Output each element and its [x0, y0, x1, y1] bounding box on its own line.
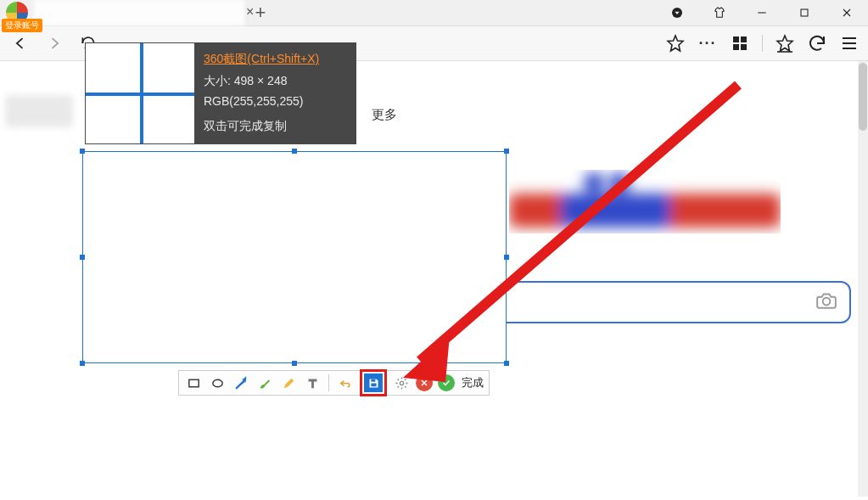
screenshot-tool-title: 360截图(Ctrl+Shift+X): [204, 49, 348, 70]
pixel-magnifier: [85, 42, 195, 144]
window-titlebar: × +: [0, 0, 868, 25]
svg-rect-16: [560, 194, 670, 228]
resize-handle[interactable]: [504, 149, 509, 154]
screenshot-toolbar: 完成: [178, 370, 490, 396]
undo-icon[interactable]: [807, 33, 827, 53]
separator: [328, 374, 329, 391]
rect-tool-icon[interactable]: [184, 374, 203, 392]
svg-rect-8: [741, 44, 747, 50]
favorites-star-icon[interactable]: [775, 33, 795, 53]
svg-point-22: [400, 381, 403, 385]
resize-handle[interactable]: [80, 361, 85, 366]
browser-tab[interactable]: [34, 0, 246, 25]
login-button[interactable]: 登录账号: [2, 19, 42, 32]
resize-handle[interactable]: [292, 361, 297, 366]
resize-handle[interactable]: [504, 361, 509, 366]
svg-rect-18: [188, 379, 198, 387]
brush-tool-icon[interactable]: [255, 374, 274, 392]
camera-icon[interactable]: [815, 289, 837, 315]
page-nav-item[interactable]: 更多: [372, 107, 397, 123]
undo-tool-icon[interactable]: [336, 374, 355, 392]
tshirt-icon[interactable]: [698, 0, 741, 25]
shield-icon[interactable]: [656, 0, 698, 25]
resize-handle[interactable]: [292, 149, 297, 154]
arrow-tool-icon[interactable]: [232, 374, 250, 392]
minimize-button[interactable]: [741, 0, 783, 25]
blurred-thumb: [5, 95, 73, 127]
scrollbar-thumb[interactable]: [859, 63, 867, 131]
cancel-button[interactable]: [416, 374, 433, 391]
svg-point-17: [823, 298, 831, 306]
back-button[interactable]: [8, 31, 32, 55]
svg-rect-6: [741, 37, 747, 42]
resize-handle[interactable]: [504, 255, 509, 260]
apps-grid-icon[interactable]: [730, 33, 750, 53]
forward-button[interactable]: [42, 31, 66, 55]
more-icon[interactable]: ···: [697, 33, 718, 53]
close-window-button[interactable]: [826, 0, 868, 25]
menu-icon[interactable]: [839, 33, 860, 53]
screenshot-size-label: 大小: 498 × 248: [204, 71, 348, 92]
settings-gear-icon[interactable]: [392, 374, 411, 392]
save-button[interactable]: [364, 374, 383, 392]
screenshot-hint: 双击可完成复制: [204, 116, 348, 137]
screenshot-rgb-label: RGB(255,255,255): [204, 92, 348, 112]
done-label[interactable]: 完成: [462, 375, 484, 390]
svg-rect-2: [801, 9, 808, 16]
svg-rect-5: [733, 37, 739, 42]
resize-handle[interactable]: [80, 149, 85, 154]
screenshot-info-tooltip: 360截图(Ctrl+Shift+X) 大小: 498 × 248 RGB(25…: [85, 42, 356, 144]
svg-rect-20: [371, 379, 375, 381]
save-button-highlight: [360, 369, 387, 396]
screenshot-selection[interactable]: [82, 151, 507, 363]
ellipse-tool-icon[interactable]: [208, 374, 227, 392]
confirm-button[interactable]: [438, 374, 455, 391]
close-tab-icon[interactable]: ×: [246, 4, 254, 20]
maximize-button[interactable]: [783, 0, 826, 25]
svg-point-19: [212, 379, 221, 387]
text-tool-icon[interactable]: [303, 374, 322, 392]
svg-rect-7: [733, 44, 739, 50]
svg-point-13: [584, 172, 604, 193]
star-icon[interactable]: [665, 33, 686, 53]
resize-handle[interactable]: [80, 255, 85, 260]
separator: [762, 35, 763, 52]
svg-rect-21: [371, 383, 376, 386]
svg-point-14: [609, 172, 630, 193]
pen-tool-icon[interactable]: [279, 374, 298, 392]
blurred-logo: [509, 170, 781, 246]
